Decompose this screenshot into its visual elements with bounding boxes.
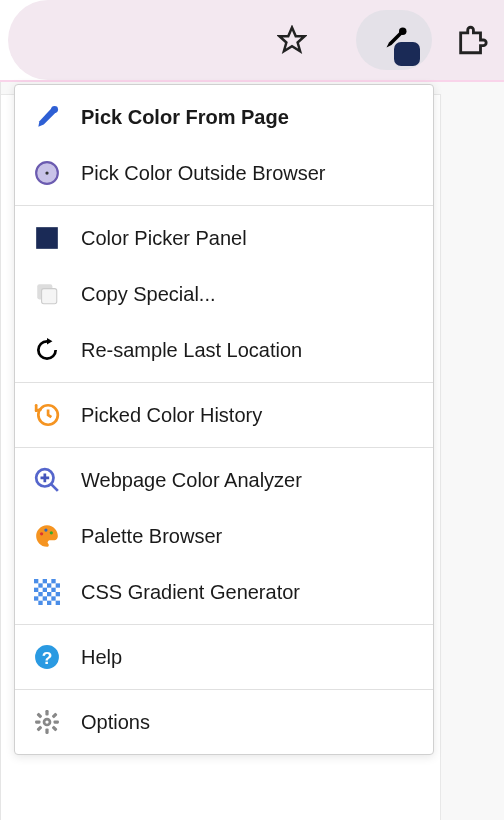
svg-rect-29 xyxy=(38,601,42,605)
svg-point-11 xyxy=(44,528,47,531)
svg-rect-28 xyxy=(51,596,55,600)
svg-rect-36 xyxy=(35,720,40,723)
svg-rect-34 xyxy=(45,710,48,715)
menu-group-tools: Color Picker Panel Copy Special... Re-sa… xyxy=(15,206,433,383)
menu-item-history[interactable]: Picked Color History xyxy=(15,387,433,443)
square-icon xyxy=(33,224,61,252)
circle-target-icon xyxy=(33,159,61,187)
svg-rect-31 xyxy=(56,601,60,605)
menu-group-analyze: Webpage Color Analyzer Palette Browser xyxy=(15,448,433,625)
menu-item-label: Color Picker Panel xyxy=(81,227,247,250)
clock-icon xyxy=(33,401,61,429)
svg-rect-41 xyxy=(52,712,58,718)
svg-rect-16 xyxy=(51,579,55,583)
browser-toolbar xyxy=(8,0,504,80)
menu-item-gradient[interactable]: CSS Gradient Generator xyxy=(15,564,433,620)
menu-group-pick: Pick Color From Page Pick Color Outside … xyxy=(15,85,433,206)
menu-item-label: Re-sample Last Location xyxy=(81,339,302,362)
svg-rect-23 xyxy=(38,592,42,596)
svg-rect-38 xyxy=(36,712,42,718)
magnify-plus-icon xyxy=(33,466,61,494)
menu-item-label: Options xyxy=(81,711,150,734)
svg-rect-17 xyxy=(38,583,42,587)
svg-point-10 xyxy=(40,532,43,535)
svg-rect-15 xyxy=(43,579,47,583)
svg-rect-39 xyxy=(52,725,58,731)
palette-icon xyxy=(33,522,61,550)
menu-item-resample[interactable]: Re-sample Last Location xyxy=(15,322,433,378)
svg-rect-30 xyxy=(47,601,51,605)
svg-rect-25 xyxy=(56,592,60,596)
svg-rect-14 xyxy=(34,579,38,583)
svg-rect-35 xyxy=(45,729,48,734)
copy-icon xyxy=(33,280,61,308)
menu-item-pick-from-page[interactable]: Pick Color From Page xyxy=(15,89,433,145)
menu-item-pick-outside[interactable]: Pick Color Outside Browser xyxy=(15,145,433,201)
svg-rect-22 xyxy=(51,588,55,592)
svg-rect-27 xyxy=(43,596,47,600)
menu-item-label: Help xyxy=(81,646,122,669)
menu-item-label: Copy Special... xyxy=(81,283,216,306)
extension-popup-menu: Pick Color From Page Pick Color Outside … xyxy=(14,84,434,755)
menu-item-label: Pick Color Outside Browser xyxy=(81,162,326,185)
svg-rect-19 xyxy=(56,583,60,587)
svg-rect-21 xyxy=(43,588,47,592)
menu-item-label: Webpage Color Analyzer xyxy=(81,469,302,492)
svg-point-2 xyxy=(51,106,58,113)
menu-item-label: Picked Color History xyxy=(81,404,262,427)
menu-group-help: ? Help xyxy=(15,625,433,690)
svg-point-1 xyxy=(399,28,407,36)
help-icon: ? xyxy=(33,643,61,671)
svg-point-12 xyxy=(50,531,53,534)
svg-rect-24 xyxy=(47,592,51,596)
checker-icon xyxy=(33,578,61,606)
svg-rect-26 xyxy=(34,596,38,600)
svg-rect-40 xyxy=(36,725,42,731)
extensions-puzzle-icon[interactable] xyxy=(450,18,494,62)
svg-text:?: ? xyxy=(42,648,53,668)
menu-item-label: Pick Color From Page xyxy=(81,106,289,129)
gear-icon xyxy=(33,708,61,736)
svg-rect-7 xyxy=(42,289,57,304)
menu-item-label: CSS Gradient Generator xyxy=(81,581,300,604)
color-picker-extension-button[interactable] xyxy=(356,10,432,70)
svg-rect-37 xyxy=(54,720,59,723)
bookmark-star-icon[interactable] xyxy=(276,24,308,56)
menu-group-history: Picked Color History xyxy=(15,383,433,448)
menu-item-options[interactable]: Options xyxy=(15,694,433,750)
menu-item-color-picker-panel[interactable]: Color Picker Panel xyxy=(15,210,433,266)
menu-item-help[interactable]: ? Help xyxy=(15,629,433,685)
svg-marker-0 xyxy=(280,28,305,52)
menu-item-label: Palette Browser xyxy=(81,525,222,548)
eyedropper-icon xyxy=(33,103,61,131)
svg-rect-20 xyxy=(34,588,38,592)
extension-badge xyxy=(394,42,420,66)
svg-point-4 xyxy=(45,171,48,174)
menu-item-copy-special[interactable]: Copy Special... xyxy=(15,266,433,322)
refresh-icon xyxy=(33,336,61,364)
menu-group-options: Options xyxy=(15,690,433,754)
svg-rect-5 xyxy=(36,227,58,249)
menu-item-palette[interactable]: Palette Browser xyxy=(15,508,433,564)
menu-item-analyzer[interactable]: Webpage Color Analyzer xyxy=(15,452,433,508)
svg-rect-18 xyxy=(47,583,51,587)
